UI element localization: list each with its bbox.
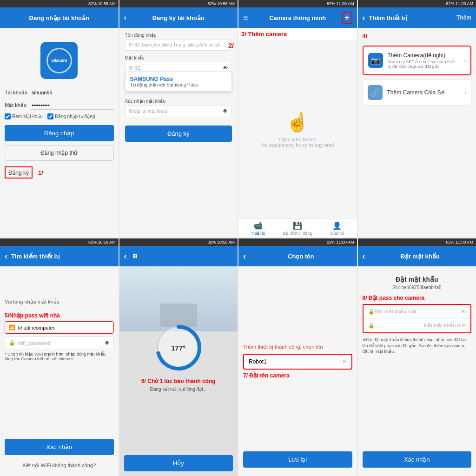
- remember-checkbox[interactable]: Rem Mật khẩu: [5, 113, 43, 119]
- nav-title-3: Camera thông minh: [269, 14, 326, 21]
- add-camera-sub: Nhấn nút SET ở cuối / sau của thiết bị đ…: [388, 60, 460, 69]
- add-camera-text: Thêm Camera(đề nghị) Nhấn nút SET ở cuối…: [388, 52, 460, 69]
- set-password-body: Đặt mật khẩu SN: beb69758faebb4a5 8/ Đặt…: [358, 266, 476, 476]
- reg-confirm-label: Xác nhận mật khẩu: [125, 99, 232, 104]
- step-label-3: 3/ Thêm camera: [238, 28, 357, 40]
- tab-storage[interactable]: 💾 Bộ nhớ di động: [278, 221, 317, 236]
- login-body: vitacam Tài khoản Mật khẩu Rem Mật khẩu …: [0, 28, 119, 238]
- screen-choose-name: 82% 11:00 AM ‹ Chọn tên Thêm thiết bị th…: [238, 238, 357, 476]
- samsung-pass-title: SAMSUNG Pass: [130, 76, 227, 82]
- reg-confirm-input[interactable]: Nhập lại mật khẩu 👁: [125, 105, 232, 117]
- tab-device-icon: 📹: [253, 221, 263, 230]
- status-text-1: 82% 10:58 AM: [88, 1, 116, 6]
- screen-search-device: 82% 10:58 AM ‹ Tìm kiếm thiết bị Vui lòn…: [0, 238, 119, 476]
- status-bar-2: 82% 10:58 AM: [119, 0, 238, 7]
- spacer-8: [363, 358, 472, 451]
- add-device-body: 4/ 📷 Thêm Camera(đề nghị) Nhấn nút SET ở…: [358, 28, 476, 238]
- back-btn-2[interactable]: ‹: [124, 13, 126, 22]
- password-input[interactable]: [31, 101, 114, 110]
- camera-add-icon: 📷: [368, 53, 383, 68]
- back-btn-8[interactable]: ‹: [363, 251, 365, 261]
- add-camera-option[interactable]: 📷 Thêm Camera(đề nghị) Nhấn nút SET ở cu…: [363, 46, 472, 75]
- step-label-6: 6/ Chờ 1 lúc báo thành công: [141, 378, 216, 384]
- wifi-pass-field[interactable]: 🔒 wifi_password 👁: [5, 337, 114, 349]
- status-bar-5: 82% 10:58 AM: [0, 238, 119, 246]
- screen-camera-list: 82% 11:00 AM ≡ Camera thông minh + 3/ Th…: [238, 0, 357, 238]
- password-row: Mật khẩu: [5, 101, 114, 110]
- nav-bar-2: ‹ Đăng ký tài khoản: [119, 7, 238, 28]
- lock-icon-pass: 🔒: [368, 309, 375, 315]
- pass-section-title: Đặt mật khẩu: [363, 276, 472, 283]
- eye-icon-wifi: 👁: [105, 340, 110, 346]
- camera-list-body: ☝ Click add device No equipment, hurry t…: [238, 40, 357, 218]
- status-text-5: 82% 10:58 AM: [88, 240, 116, 245]
- confirm-password-field[interactable]: 🔒 Đặt mật khẩu mới: [364, 319, 471, 332]
- wifi-confirm-button[interactable]: Xác nhận: [5, 439, 114, 455]
- status-bar-3: 82% 11:00 AM: [238, 0, 357, 7]
- step-label-4: 4/: [363, 33, 472, 40]
- trial-login-button[interactable]: Đăng nhập thử: [5, 145, 114, 161]
- wifi-name-value: khattincomputer: [18, 325, 54, 331]
- screen-connecting: 82% 10:58 AM ‹ ⊞ 177° 6/ Chờ 1 lúc báo t…: [119, 238, 238, 476]
- tab-profile[interactable]: 👤 Của tôi: [317, 221, 357, 236]
- progress-value: 177°: [171, 344, 185, 352]
- logo-text: vitacam: [51, 58, 67, 63]
- status-text-7: 82% 11:00 AM: [327, 240, 354, 245]
- status-bar-1: 82% 10:58 AM: [0, 0, 119, 7]
- reg-password-placeholder: 8~32: [129, 65, 141, 71]
- reg-confirm-placeholder: Nhập lại mật khẩu: [129, 109, 167, 114]
- wifi-pass-input[interactable]: wifi_password: [18, 340, 50, 346]
- eye-icon-pass: 👁: [461, 309, 466, 315]
- lock-icon: 🔒: [9, 340, 15, 346]
- back-btn-7[interactable]: ‹: [243, 251, 246, 261]
- login-button[interactable]: Đăng nhập: [5, 125, 114, 141]
- checkbox-row: Rem Mật khẩu Đăng nhập tự động: [5, 113, 114, 119]
- username-label: Tài khoản: [5, 90, 28, 96]
- save-name-button[interactable]: Lưu lại: [243, 451, 352, 468]
- hand-icon: ☝: [286, 111, 309, 133]
- screen-register: 82% 10:58 AM ‹ Đăng ký tài khoản 2/ Tên …: [119, 0, 238, 238]
- tab-device-label: Thiết bị: [251, 231, 266, 236]
- spacer-7: [243, 271, 352, 344]
- nav-title-4b: Thêm: [456, 14, 471, 21]
- spacer-7b: [243, 379, 352, 452]
- reg-username-field: Tên đăng nhập 8~32, bao gồm tiếng Trung,…: [125, 33, 232, 51]
- tab-devices[interactable]: 📹 Thiết bị: [238, 221, 278, 236]
- device-name-input[interactable]: Robot1 ✕: [243, 354, 352, 370]
- reg-username-input[interactable]: 8~32, bao gồm tiếng Trung, tiếng Anh và …: [125, 39, 232, 51]
- status-bar-7: 82% 11:00 AM: [238, 238, 357, 246]
- nav-bar-7: ‹ Chọn tên: [238, 246, 357, 266]
- grid-icon: ⊞: [132, 253, 137, 259]
- chevron-right-icon-2: ›: [464, 89, 466, 96]
- new-password-field[interactable]: 🔒 Đặt mật khẩu mới 👁: [364, 305, 471, 319]
- back-btn-5[interactable]: ‹: [5, 251, 7, 261]
- wifi-icon: 📶: [9, 324, 15, 331]
- samsung-pass-sub: Tự động điền với Samsung Pass: [130, 82, 227, 87]
- confirm-password-button[interactable]: Xác nhận: [363, 451, 472, 468]
- clear-name-icon[interactable]: ✕: [342, 358, 347, 365]
- add-shared-camera-option[interactable]: 🔗 Thêm Camera Chia Sẻ ›: [363, 79, 472, 106]
- register-button[interactable]: Đăng ký: [8, 170, 29, 176]
- register-submit-button[interactable]: Đăng ký: [125, 126, 232, 142]
- step-label-2: 2/: [228, 42, 234, 49]
- back-btn-6[interactable]: ‹: [124, 251, 127, 261]
- menu-icon[interactable]: ≡: [243, 13, 248, 23]
- username-row: Tài khoản: [5, 88, 114, 97]
- tab-storage-label: Bộ nhớ di động: [283, 231, 312, 236]
- nav-title-8: Đặt mật khẩu: [401, 253, 440, 260]
- status-bar-4: 82% 11:00 AM: [358, 0, 476, 7]
- username-input[interactable]: [31, 88, 114, 97]
- pass-warning: ※Cài đặt mật khẩu không thành công, nhấn…: [363, 337, 472, 355]
- status-text-8: 82% 11:00 AM: [446, 240, 473, 245]
- autologin-checkbox[interactable]: Đăng nhập tự động: [47, 113, 95, 119]
- screen-set-password: 82% 11:00 AM ‹ Đặt mật khẩu Đặt mật khẩu…: [358, 238, 476, 476]
- connecting-body: 177° 6/ Chờ 1 lúc báo thành công Đang kế…: [119, 266, 238, 476]
- status-text-3: 82% 11:00 AM: [327, 1, 354, 6]
- success-message: Thêm thiết bị thành công, chọn tên: [243, 344, 352, 350]
- cancel-connect-button[interactable]: Hủy: [124, 455, 233, 471]
- device-name-value: Robot1: [249, 358, 267, 365]
- wifi-fail-link[interactable]: Kết nối WiFi không thành công?: [5, 463, 114, 469]
- new-pass-placeholder: Đặt mật khẩu mới: [375, 309, 416, 315]
- back-btn-4[interactable]: ‹: [363, 13, 365, 23]
- add-camera-button[interactable]: +: [342, 12, 352, 24]
